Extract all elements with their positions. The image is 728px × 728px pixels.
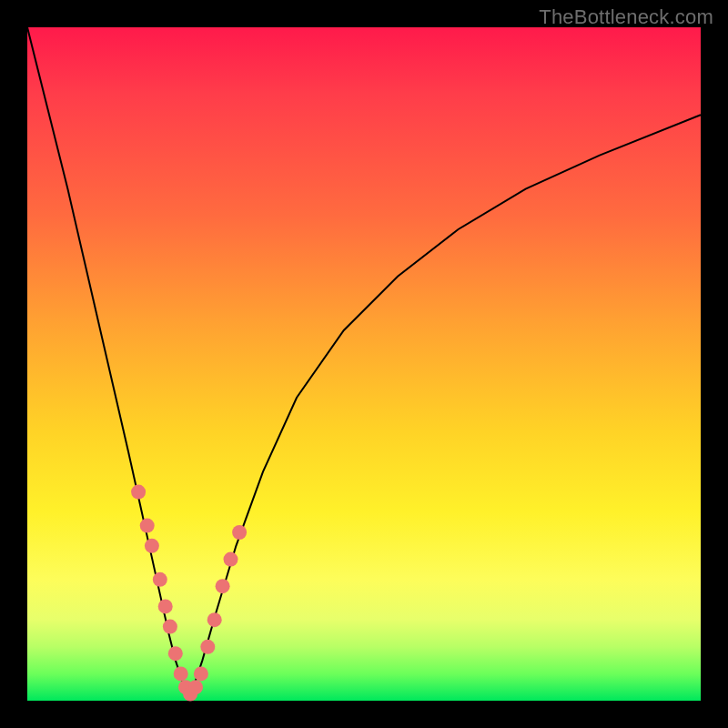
data-point <box>232 525 247 540</box>
data-point <box>131 485 146 500</box>
data-point <box>200 640 215 654</box>
data-point <box>188 680 203 694</box>
data-point <box>140 519 155 533</box>
data-point <box>224 552 238 567</box>
plot-area <box>27 27 701 701</box>
data-point <box>168 646 183 661</box>
data-point <box>174 666 188 681</box>
data-point <box>163 620 177 634</box>
data-point <box>145 539 159 553</box>
chart-overlay <box>27 27 701 701</box>
data-point <box>158 599 173 613</box>
curve-group <box>27 27 701 701</box>
data-point <box>153 572 167 587</box>
watermark-text: TheBottleneck.com <box>539 5 713 29</box>
scatter-group <box>131 485 247 702</box>
data-point <box>194 666 208 681</box>
data-point <box>216 579 230 593</box>
bottleneck-curve-right <box>189 115 701 701</box>
chart-frame: TheBottleneck.com <box>0 0 728 728</box>
data-point <box>207 612 222 627</box>
